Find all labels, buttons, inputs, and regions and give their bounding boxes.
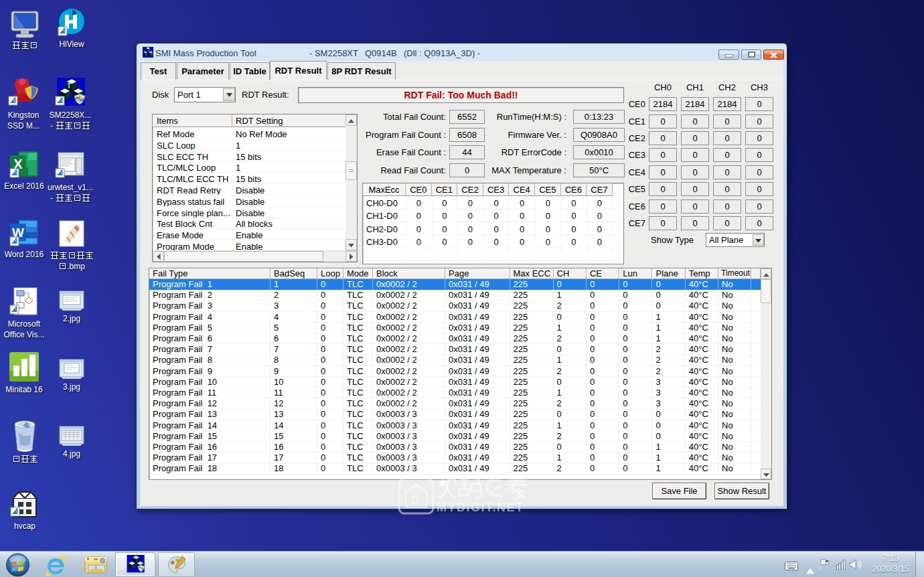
svg-text:D: D — [411, 494, 419, 507]
